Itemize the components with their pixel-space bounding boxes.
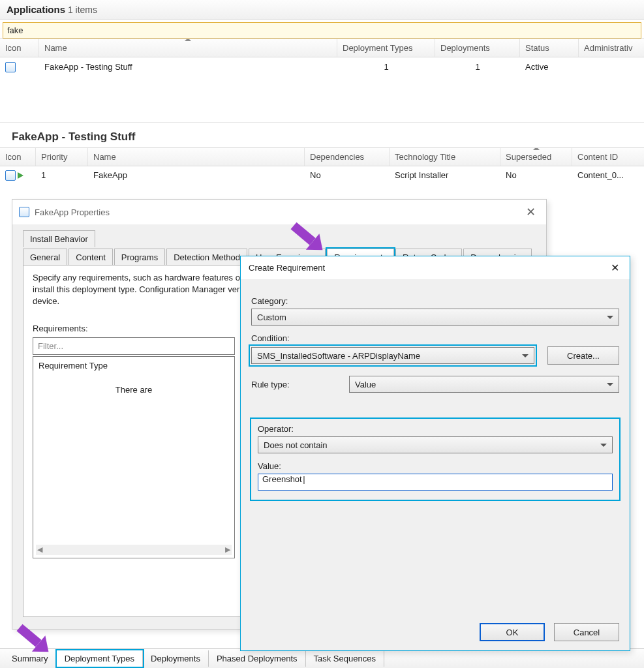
tab-phased-deployments[interactable]: Phased Deployments — [209, 650, 306, 667]
dt-row[interactable]: 1 FakeApp No Script Installer No Content… — [0, 166, 644, 185]
col-deployment-types[interactable]: Deployment Types — [337, 39, 435, 57]
col-name[interactable]: Name — [88, 148, 305, 166]
app-icon — [5, 62, 16, 72]
row-name: FakeApp — [88, 166, 305, 184]
col-deployments[interactable]: Deployments — [435, 39, 520, 57]
scroll-left-icon[interactable]: ◀ — [37, 545, 42, 554]
applications-header: Applications 1 items — [0, 0, 644, 20]
col-priority[interactable]: Priority — [36, 148, 88, 166]
requirements-empty: There are — [38, 385, 229, 395]
operator-label: Operator: — [258, 424, 613, 434]
col-admin[interactable]: Administrativ — [579, 39, 644, 57]
col-contentid[interactable]: Content ID — [572, 148, 644, 166]
col-name[interactable]: Name — [39, 39, 337, 57]
detail-title: FakeApp - Testing Stuff — [0, 122, 644, 147]
search-value: fake — [7, 25, 23, 35]
tab-install-behavior[interactable]: Install Behavior — [23, 230, 95, 247]
value-input-text: Greenshot — [262, 474, 302, 484]
row-icon-cell — [0, 166, 36, 185]
operator-value: Does not contain — [264, 440, 328, 450]
value-label: Value: — [258, 461, 613, 471]
ruletype-value: Value — [355, 380, 376, 389]
ruletype-label: Rule type: — [251, 380, 336, 389]
row-sup: No — [500, 166, 572, 184]
condition-combobox[interactable]: SMS_InstalledSoftware - ARPDisplayName — [251, 347, 534, 364]
operator-combobox[interactable]: Does not contain — [258, 436, 613, 453]
tab-detection-method[interactable]: Detection Method — [166, 249, 247, 266]
cancel-button[interactable]: Cancel — [554, 623, 619, 641]
dialog-icon — [19, 207, 29, 217]
properties-title: FakeApp Properties — [35, 207, 110, 217]
ruletype-combobox[interactable]: Value — [349, 376, 619, 393]
dt-grid-header[interactable]: Icon Priority Name Dependencies Technolo… — [0, 148, 644, 166]
chevron-down-icon — [607, 316, 613, 319]
col-superseded[interactable]: Superseded — [500, 148, 572, 166]
sort-asc-icon — [533, 148, 540, 150]
condition-value: SMS_InstalledSoftware - ARPDisplayName — [257, 351, 420, 361]
horizontal-scrollbar[interactable]: ◀ ▶ — [36, 545, 232, 555]
value-input[interactable]: Greenshot — [258, 474, 613, 491]
requirements-list[interactable]: Requirement Type There are ◀ ▶ — [33, 356, 235, 558]
chevron-down-icon — [522, 354, 529, 357]
sort-asc-icon — [185, 39, 191, 41]
tabs-top: Install Behavior — [12, 230, 546, 247]
row-priority: 1 — [36, 166, 88, 184]
requirements-list-header: Requirement Type — [38, 361, 229, 373]
tab-task-sequences[interactable]: Task Sequences — [306, 650, 384, 667]
row-dep: 1 — [435, 58, 520, 76]
applications-title: Applications — [7, 4, 65, 15]
tab-content[interactable]: Content — [69, 249, 113, 266]
deployment-types-grid: Icon Priority Name Dependencies Technolo… — [0, 147, 644, 185]
col-dependencies[interactable]: Dependencies — [305, 148, 390, 166]
col-icon[interactable]: Icon — [0, 148, 36, 166]
arrow-right-icon — [18, 172, 23, 179]
scroll-right-icon[interactable]: ▶ — [225, 545, 230, 554]
tab-deployment-types[interactable]: Deployment Types — [57, 650, 143, 667]
tab-deployments[interactable]: Deployments — [143, 650, 209, 667]
close-button[interactable]: ✕ — [522, 205, 540, 219]
create-requirement-dialog: Create Requirement ✕ Category: Custom Co… — [240, 256, 630, 651]
row-status: Active — [520, 58, 579, 76]
tab-general[interactable]: General — [23, 249, 67, 266]
category-combobox[interactable]: Custom — [251, 309, 619, 326]
close-button[interactable]: ✕ — [608, 262, 622, 274]
row-name: FakeApp - Testing Stuff — [39, 58, 337, 76]
tab-summary[interactable]: Summary — [4, 650, 57, 667]
row-admin — [579, 63, 644, 70]
requirements-filter-input[interactable]: Filter... — [33, 337, 235, 355]
chevron-down-icon — [607, 383, 613, 386]
row-cid: Content_0... — [572, 166, 644, 184]
dt-icon — [5, 170, 16, 181]
properties-titlebar[interactable]: FakeApp Properties ✕ — [12, 200, 546, 224]
operator-value-block: Operator: Does not contain Value: Greens… — [251, 419, 619, 500]
create-requirement-footer: OK Cancel — [480, 623, 619, 641]
category-label: Category: — [251, 296, 619, 306]
col-technology[interactable]: Technology Title — [390, 148, 500, 166]
row-icon-cell — [0, 57, 39, 76]
applications-grid: Icon Name Deployment Types Deployments S… — [0, 38, 644, 76]
tab-programs[interactable]: Programs — [114, 249, 165, 266]
category-value: Custom — [257, 312, 286, 322]
col-icon[interactable]: Icon — [0, 39, 39, 57]
create-condition-button[interactable]: Create... — [547, 346, 619, 365]
row-dep: No — [305, 166, 390, 184]
chevron-down-icon — [600, 444, 607, 447]
condition-label: Condition: — [251, 333, 619, 343]
applications-row[interactable]: FakeApp - Testing Stuff 1 1 Active — [0, 57, 644, 76]
row-dt: 1 — [337, 58, 435, 76]
applications-grid-header[interactable]: Icon Name Deployment Types Deployments S… — [0, 39, 644, 57]
ok-button[interactable]: OK — [480, 623, 545, 641]
create-requirement-body: Category: Custom Condition: SMS_Installe… — [241, 279, 630, 500]
create-requirement-titlebar[interactable]: Create Requirement ✕ — [241, 256, 630, 279]
applications-search-input[interactable]: fake — [3, 22, 641, 38]
col-status[interactable]: Status — [520, 39, 579, 57]
detail-bottom-tabs: Summary Deployment Types Deployments Pha… — [0, 648, 644, 668]
applications-count: 1 items — [68, 5, 97, 15]
row-tech: Script Installer — [390, 166, 500, 184]
create-requirement-title: Create Requirement — [249, 263, 325, 273]
